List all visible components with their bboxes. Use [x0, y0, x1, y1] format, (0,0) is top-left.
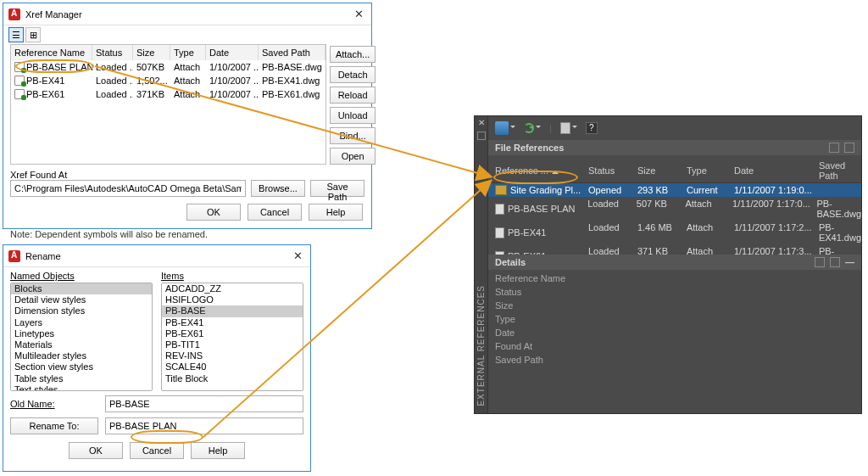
- xref-icon: [14, 62, 25, 72]
- xref-manager-dialog: Xref Manager ✕ ☰ ⊞ Reference Name Status…: [3, 3, 372, 229]
- open-button[interactable]: Open: [330, 148, 376, 165]
- file-references-header: File References: [488, 140, 861, 155]
- xref-grid[interactable]: Reference Name Status Size Type Date Sav…: [10, 44, 326, 165]
- detail-key: Saved Path: [495, 355, 588, 365]
- cell-status: Loaded ...: [92, 60, 133, 74]
- sort-asc-icon: [552, 167, 559, 174]
- app-icon: [8, 8, 20, 20]
- app-icon: [8, 250, 20, 262]
- col-reference-name[interactable]: Reference Name: [11, 45, 92, 60]
- sheet-dropdown[interactable]: [560, 122, 577, 134]
- panel-vertical-label: EXTERNAL REFERENCES: [476, 285, 486, 406]
- detail-key: Found At: [495, 341, 588, 351]
- found-at-field[interactable]: [10, 180, 246, 197]
- rename-to-button[interactable]: Rename To:: [10, 417, 98, 434]
- preview-icon[interactable]: [830, 257, 840, 267]
- details-view-icon[interactable]: [815, 257, 825, 267]
- xref-icon: [14, 76, 25, 86]
- save-path-button[interactable]: Save Path: [310, 180, 364, 197]
- cell-size: 507KB: [133, 60, 170, 74]
- reload-button[interactable]: Reload: [330, 87, 376, 104]
- old-name-label: Old Name:: [10, 399, 98, 409]
- col-date[interactable]: Date: [206, 45, 259, 60]
- table-row[interactable]: PB-BASE PLAN Loaded ... 507KB Attach 1/1…: [11, 60, 326, 74]
- close-icon[interactable]: ✕: [476, 118, 487, 128]
- detail-key: Type: [495, 314, 588, 324]
- panel-edge[interactable]: ✕ EXTERNAL REFERENCES: [475, 116, 488, 413]
- cell-name: PB-EX41: [26, 76, 64, 86]
- cell-name: PB-BASE PLAN: [26, 62, 92, 72]
- chevron-down-icon: [572, 126, 577, 131]
- detail-key: Status: [495, 287, 588, 297]
- chevron-down-icon: [510, 126, 515, 131]
- chevron-down-icon: [536, 126, 541, 131]
- close-icon[interactable]: ✕: [290, 249, 305, 262]
- table-row[interactable]: PB-EX41 Loaded 1.46 MB Attach 1/11/2007 …: [488, 221, 861, 244]
- unload-button[interactable]: Unload: [330, 107, 376, 124]
- detail-key: Reference Name: [495, 273, 588, 283]
- found-at-label: Xref Found At: [10, 170, 364, 180]
- xref-action-buttons: Attach... Detach Reload Unload Bind... O…: [330, 44, 382, 165]
- ok-button[interactable]: OK: [186, 204, 241, 221]
- file-references-grid-header[interactable]: Reference ... Status Size Type Date Save…: [488, 159, 861, 183]
- table-row[interactable]: PB-EX41 Loaded ... 1,502... Attach 1/10/…: [11, 74, 326, 87]
- xref-icon: [14, 89, 25, 99]
- refresh-icon: [524, 123, 534, 133]
- col-size[interactable]: Size: [133, 45, 170, 60]
- xref-title-text: Xref Manager: [25, 9, 351, 20]
- detail-key: Date: [495, 328, 588, 338]
- dwg-current-icon: [495, 185, 507, 195]
- table-row[interactable]: PB-BASE PLAN Loaded 507 KB Attach 1/11/2…: [488, 197, 861, 221]
- help-icon[interactable]: ?: [586, 122, 598, 134]
- xref-grid-header[interactable]: Reference Name Status Size Type Date Sav…: [11, 45, 326, 60]
- xref-titlebar[interactable]: Xref Manager ✕: [3, 3, 371, 25]
- details-header: Details —: [488, 255, 861, 270]
- sheet-icon: [560, 122, 570, 134]
- collapse-icon[interactable]: —: [845, 257, 854, 267]
- pin-icon[interactable]: [477, 132, 486, 140]
- cell-date: 1/10/2007 ...: [206, 60, 259, 74]
- rename-note: Note: Dependent symbols will also be ren…: [3, 226, 371, 243]
- details-body: Reference Name Status Size Type Date Fou…: [488, 270, 861, 368]
- cancel-button[interactable]: Cancel: [130, 442, 184, 459]
- list-view-button[interactable]: ☰: [8, 27, 24, 42]
- old-name-field[interactable]: [105, 395, 303, 412]
- rename-title-text: Rename: [25, 251, 290, 261]
- attach-dropdown[interactable]: [495, 121, 515, 135]
- dwg-icon: [495, 227, 504, 238]
- close-icon[interactable]: ✕: [351, 8, 366, 20]
- items-list[interactable]: ADCADD_ZZHSIFLOGOPB-BASEPB-EX41PB-EX61PB…: [161, 283, 303, 391]
- items-label: Items: [161, 271, 303, 281]
- detail-key: Size: [495, 300, 588, 311]
- panel-toolbar: | ?: [488, 116, 861, 140]
- ok-button[interactable]: OK: [69, 442, 123, 459]
- col-saved-path[interactable]: Saved Path: [259, 45, 326, 60]
- external-references-panel: ✕ EXTERNAL REFERENCES | ? File Reference…: [474, 115, 862, 414]
- xref-toolbar: ☰ ⊞: [3, 25, 371, 44]
- table-row[interactable]: PB-EX61 Loaded ... 371KB Attach 1/10/200…: [11, 87, 326, 101]
- cell-type: Attach: [170, 60, 206, 74]
- bind-button[interactable]: Bind...: [330, 127, 376, 144]
- list-view-icon[interactable]: [829, 143, 839, 153]
- col-type[interactable]: Type: [170, 45, 206, 60]
- rename-to-field[interactable]: [105, 417, 303, 434]
- rename-titlebar[interactable]: Rename ✕: [3, 245, 310, 267]
- attach-icon: [495, 121, 509, 135]
- browse-button[interactable]: Browse...: [251, 180, 305, 197]
- attach-button[interactable]: Attach...: [330, 46, 376, 63]
- named-objects-label: Named Objects: [10, 271, 153, 281]
- cancel-button[interactable]: Cancel: [248, 204, 302, 221]
- tree-view-button[interactable]: ⊞: [25, 27, 41, 42]
- dwg-icon: [495, 204, 504, 215]
- rename-dialog: Rename ✕ Named Objects BlocksDetail view…: [3, 244, 311, 472]
- cell-name: PB-EX61: [26, 89, 64, 99]
- table-row[interactable]: Site Grading Pl... Opened 293 KB Current…: [488, 183, 861, 197]
- cell-path: PB-BASE.dwg: [259, 60, 326, 74]
- help-button[interactable]: Help: [191, 442, 245, 459]
- help-button[interactable]: Help: [309, 204, 363, 221]
- col-status[interactable]: Status: [92, 45, 133, 60]
- tree-view-icon[interactable]: [844, 143, 854, 153]
- named-objects-list[interactable]: BlocksDetail view stylesDimension styles…: [10, 283, 153, 391]
- refresh-dropdown[interactable]: [524, 123, 541, 133]
- detach-button[interactable]: Detach: [330, 66, 376, 83]
